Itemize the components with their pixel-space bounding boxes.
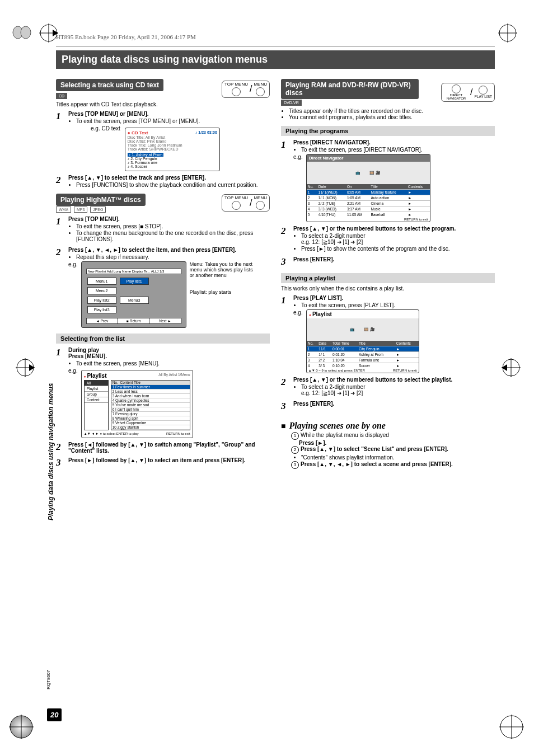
- hm-step1-li2: To change the menu background to the one…: [76, 230, 270, 242]
- circle-icon: [452, 84, 461, 93]
- step-1p: 1: [281, 139, 289, 151]
- step-1pl: 1: [281, 295, 289, 306]
- fig-l2: Disc Artist: Pink Island: [128, 139, 217, 143]
- playlist-nav-figure: ● Playlist 📺🎞️ 🎥 No. Date Total Time Tit…: [306, 309, 419, 373]
- prog-step2-li1b: e.g. 12: [≧10] ➜ [1] ➜ [2]: [301, 239, 363, 245]
- crop-top-left: [39, 24, 58, 43]
- preview-icon: 📺: [355, 171, 360, 175]
- hm-top: New Playlist Add Long Name Display Te...…: [86, 269, 181, 274]
- hm-cell: Play list1: [120, 278, 149, 285]
- hm-eg: e.g.: [68, 261, 78, 267]
- tag-dvdvr: DVD-VR: [281, 100, 302, 106]
- tag-mp3: MP3: [74, 206, 87, 213]
- highmat-heading: Playing HighMAT™ discs: [56, 194, 146, 206]
- cdtext-figure: ● CD Text ♪ 1/23 63:00 Disc Title: All B…: [125, 128, 220, 171]
- pl-eg: e.g.: [293, 309, 303, 316]
- pl-row: 9 Velvet Cuppermine: [111, 421, 190, 425]
- sel-step2: Press [◄] followed by [▲, ▼] to switch a…: [68, 442, 255, 454]
- pl-ftr-l: ▲▼ ◄ ► ● to select ENTER to play: [84, 432, 139, 435]
- ram-li2: You cannot edit programs, playlists and …: [289, 114, 495, 120]
- pl-row: 6 I can't quit him: [111, 407, 190, 412]
- fig-title: CD Text: [132, 130, 148, 135]
- direct-playlist-icon: DIRECT NAVIGATOR / PLAY LIST: [441, 83, 495, 102]
- pl-step2: Press [▲, ▼] or the numbered buttons to …: [293, 377, 452, 383]
- pl-step2-li1b: e.g. 12: [≧10] ➜ [1] ➜ [2]: [301, 390, 363, 396]
- cdtext-intro: Titles appear with CD Text disc playback…: [56, 101, 270, 107]
- step-3pl: 3: [281, 401, 289, 412]
- fig-l1: Disc Title: All By Artist: [128, 135, 217, 139]
- fig-row1: ♪ 1. Ashley at Prom: [128, 153, 163, 157]
- hm-step2: Press [▲, ▼, ◄, ►] to select the item, a…: [68, 247, 236, 253]
- step-2: 2: [56, 175, 64, 186]
- step-2s: 2: [56, 442, 64, 453]
- page-title: Playing data discs using navigation menu…: [56, 50, 495, 69]
- preview-icon: 🎞️ 🎥: [364, 327, 375, 332]
- circled-1: 1: [291, 432, 299, 440]
- playlist-intro: This works only when the disc contains a…: [281, 285, 495, 292]
- binding-coil-icon: [12, 26, 32, 39]
- topmenu-menu-icon-2: TOP MENU / MENU: [222, 194, 270, 212]
- prog-step1-li: To exit the screen, press [DIRECT NAVIGA…: [301, 147, 495, 153]
- print-header: HT895 En.book Page 20 Friday, April 21, …: [56, 34, 196, 40]
- label-menu: MENU: [254, 82, 267, 87]
- prog-step2: Press [▲, ▼] or the numbered buttons to …: [293, 226, 456, 232]
- cdtext-step2-li: Press [FUNCTIONS] to show the playback c…: [76, 182, 270, 188]
- step-2h: 2: [56, 247, 64, 258]
- circled-2: 2: [291, 446, 299, 454]
- scene-s3: Press [▲, ▼, ◄, ►] to select a scene and…: [301, 461, 453, 467]
- svg-point-22: [21, 26, 31, 39]
- prog-step3: Press [ENTER].: [293, 256, 334, 262]
- fig-counter: 1/23 63:00: [198, 130, 217, 134]
- fig-row3: ♪ 3. Formura one: [128, 161, 217, 165]
- ram-li1: Titles appear only if the titles are rec…: [289, 108, 495, 114]
- fig-l3: Track Title: Long John Platinum: [128, 143, 217, 147]
- pl-menu-sel: All: [85, 381, 108, 386]
- pl-row: 4 Quatre gymnopedies: [111, 398, 190, 403]
- playlist-figure: ● Playlist All By Artist 1/Menu All Play…: [81, 370, 193, 438]
- prog-eg: e.g.: [293, 154, 303, 160]
- page-number: 20: [47, 708, 62, 721]
- scene-s2b: "Contents" shows playlist information.: [301, 454, 495, 461]
- pl-step2-li1: To select a 2-digit number: [301, 384, 366, 390]
- pl-ftr-r: RETURN to exit: [166, 432, 190, 435]
- pl-step1: Press [PLAY LIST].: [293, 295, 343, 301]
- selecting-bar: Selecting from the list: [56, 334, 270, 344]
- hm-cell: Menu2: [87, 287, 116, 294]
- circle-icon: [232, 201, 241, 210]
- hm-btn: ■ Return: [118, 318, 149, 323]
- circle-icon: [479, 86, 488, 95]
- pl-row: 5 You've made me sad: [111, 403, 190, 407]
- circled-3: 3: [291, 461, 299, 469]
- scene-s2a: Press [▲, ▼] to select "Scene List" and …: [301, 446, 448, 452]
- pl-menu: Content: [85, 397, 108, 403]
- label-topmenu: TOP MENU: [224, 82, 248, 87]
- pl-step1-li: To exit the screen, press [PLAY LIST].: [301, 302, 495, 308]
- prog-step1: Press [DIRECT NAVIGATOR].: [293, 139, 371, 145]
- hm-cell: Menu1: [87, 278, 116, 285]
- cdtext-heading: Selecting a track using CD text: [56, 79, 163, 91]
- pl-row: 3 And when I was born: [111, 394, 190, 398]
- circle-icon: [256, 87, 265, 96]
- preview-icon: 📺: [350, 327, 355, 332]
- tag-cd: CD: [56, 93, 67, 99]
- crop-mid-right: [502, 358, 521, 377]
- hm-cell: Play list2: [87, 297, 116, 304]
- hm-cell: Menu3: [120, 297, 149, 304]
- topmenu-menu-icon: TOP MENU / MENU: [222, 81, 270, 98]
- svg-marker-10: [29, 364, 35, 371]
- direct-nav-figure: Direct Navigator 📺🎞️ 🎥 No. Date On Title…: [306, 154, 430, 222]
- side-tab: Playing data discs using navigation menu…: [47, 383, 55, 520]
- highmat-grid: New Playlist Add Long Name Display Te...…: [81, 261, 186, 328]
- scene-s1a: While the playlist menu is displayed: [301, 432, 389, 438]
- pl-menu: Group: [85, 392, 108, 397]
- programs-bar: Playing the programs: [281, 126, 495, 136]
- hm-btn: Next ►: [149, 318, 180, 323]
- fig-row2: ♪ 2. City Penguin: [128, 157, 217, 161]
- fig-l4: Track Artist: SHIPWRECKED: [128, 147, 217, 151]
- cdtext-step2: Press [▲, ▼] to select the track and pre…: [68, 175, 206, 181]
- crop-bottom-left: [9, 715, 34, 739]
- step-1s: 1: [56, 347, 64, 358]
- pl-step3: Press [ENTER].: [293, 401, 334, 407]
- tag-wma: WMA: [56, 206, 71, 213]
- hm-cell: Play list3: [87, 306, 116, 313]
